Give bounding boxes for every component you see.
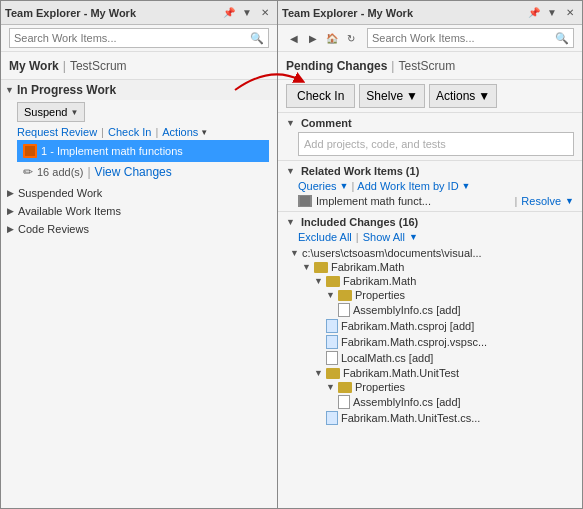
right-search-icon[interactable]: 🔍 — [555, 32, 569, 45]
folder-icon — [338, 382, 352, 393]
left-search-bar: 🔍 — [1, 25, 277, 52]
forward-icon[interactable]: ▶ — [305, 30, 321, 46]
tree-folder-text: Properties — [355, 381, 405, 393]
left-search-input[interactable] — [14, 32, 250, 44]
pin-icon[interactable]: 📌 — [221, 5, 237, 21]
folder-icon — [338, 290, 352, 301]
comment-triangle-icon: ▼ — [286, 118, 295, 128]
work-item-icon — [23, 144, 37, 158]
tree-file-text[interactable]: Fabrikam.Math.UnitTest.cs... — [341, 412, 480, 424]
tree-folder-triangle-icon: ▼ — [314, 276, 323, 286]
suspended-work-section[interactable]: ▶ Suspended Work — [1, 184, 277, 202]
work-item[interactable]: 1 - Implement math functions — [17, 140, 269, 162]
triangle-right-icon: ▶ — [7, 188, 14, 198]
add-work-item-arrow[interactable]: ▼ — [462, 181, 471, 191]
actions-button[interactable]: Actions ▼ — [429, 84, 497, 108]
related-section: ▼ Related Work Items (1) Queries ▼ | Add… — [278, 161, 582, 212]
suspend-arrow-icon: ▼ — [70, 108, 78, 117]
queries-arrow[interactable]: ▼ — [340, 181, 349, 191]
right-panel-header: Pending Changes | TestScrum — [278, 52, 582, 80]
right-header-title: Pending Changes — [286, 59, 387, 73]
code-reviews-section[interactable]: ▶ Code Reviews — [1, 220, 277, 238]
left-titlebar: Team Explorer - My Work 📌 ▼ ✕ — [1, 1, 277, 25]
shelve-button[interactable]: Shelve ▼ — [359, 84, 425, 108]
right-search-input[interactable] — [372, 32, 555, 44]
pencil-icon: ✏ — [23, 165, 33, 179]
right-header-sep: | — [391, 59, 394, 73]
view-changes-link[interactable]: View Changes — [95, 165, 172, 179]
exclude-all-link[interactable]: Exclude All — [298, 231, 352, 243]
actions-btn-arrow-icon: ▼ — [478, 89, 490, 103]
comment-section: ▼ Comment Add projects, code, and tests — [278, 113, 582, 161]
tree-item: ▼Properties — [290, 288, 574, 302]
show-all-link[interactable]: Show All — [363, 231, 405, 243]
show-all-arrow[interactable]: ▼ — [409, 232, 418, 242]
shelve-arrow-icon: ▼ — [406, 89, 418, 103]
suspended-work-title: Suspended Work — [18, 187, 102, 199]
tree-file-text[interactable]: AssemblyInfo.cs [add] — [353, 304, 461, 316]
in-progress-section[interactable]: ▼ In Progress Work — [1, 80, 277, 100]
tree-folder-text: Properties — [355, 289, 405, 301]
tree-folder-triangle-icon: ▼ — [326, 290, 335, 300]
available-work-section[interactable]: ▶ Available Work Items — [1, 202, 277, 220]
file-icon — [326, 319, 338, 333]
comment-box[interactable]: Add projects, code, and tests — [298, 132, 574, 156]
resolve-link[interactable]: Resolve — [521, 195, 561, 207]
comment-placeholder: Add projects, code, and tests — [304, 138, 446, 150]
refresh-icon[interactable]: ↻ — [343, 30, 359, 46]
add-work-item-link[interactable]: Add Work Item by ID — [357, 180, 458, 192]
actions-arrow-icon: ▼ — [200, 128, 208, 137]
right-dropdown-icon[interactable]: ▼ — [544, 5, 560, 21]
check-in-link[interactable]: Check In — [108, 126, 151, 138]
file-icon — [338, 303, 350, 317]
tree-file-text[interactable]: Fabrikam.Math.csproj.vspsc... — [341, 336, 487, 348]
in-progress-title: In Progress Work — [17, 83, 116, 97]
tree-item: ▼c:\users\ctsoasm\documents\visual... — [290, 246, 574, 260]
left-header-title: My Work — [9, 59, 59, 73]
tree-item: Fabrikam.Math.csproj [add] — [290, 318, 574, 334]
action-links: Request Review | Check In | Actions ▼ — [17, 126, 269, 138]
tree-file-text[interactable]: Fabrikam.Math.csproj [add] — [341, 320, 474, 332]
tree-folder-text: Fabrikam.Math — [331, 261, 404, 273]
triangle-right-icon2: ▶ — [7, 206, 14, 216]
related-item-row: Implement math funct... | Resolve ▼ — [298, 195, 574, 207]
file-tree: ▼c:\users\ctsoasm\documents\visual...▼Fa… — [290, 246, 574, 426]
svg-rect-1 — [300, 196, 310, 206]
comment-title: Comment — [301, 117, 352, 129]
tree-file-text[interactable]: LocalMath.cs [add] — [341, 352, 433, 364]
right-close-icon[interactable]: ✕ — [562, 5, 578, 21]
available-work-title: Available Work Items — [18, 205, 121, 217]
right-title: Team Explorer - My Work — [282, 7, 523, 19]
close-icon[interactable]: ✕ — [257, 5, 273, 21]
right-header-sub: TestScrum — [398, 59, 455, 73]
file-icon — [326, 335, 338, 349]
changes-row: ✏ 16 add(s) | View Changes — [17, 164, 269, 180]
code-reviews-title: Code Reviews — [18, 223, 89, 235]
related-triangle-icon: ▼ — [286, 166, 295, 176]
right-pin-icon[interactable]: 📌 — [526, 5, 542, 21]
tree-file-text[interactable]: AssemblyInfo.cs [add] — [353, 396, 461, 408]
tree-item: ▼Fabrikam.Math.UnitTest — [290, 366, 574, 380]
checkin-button[interactable]: Check In — [286, 84, 355, 108]
tree-item: ▼Fabrikam.Math — [290, 274, 574, 288]
suspend-button[interactable]: Suspend ▼ — [17, 102, 85, 122]
tree-folder-triangle-icon: ▼ — [302, 262, 311, 272]
tree-folder-text: Fabrikam.Math.UnitTest — [343, 367, 459, 379]
request-review-link[interactable]: Request Review — [17, 126, 97, 138]
folder-icon — [326, 276, 340, 287]
checkin-toolbar: Check In Shelve ▼ Actions ▼ — [278, 80, 582, 113]
tree-item: ▼Properties — [290, 380, 574, 394]
resolve-arrow[interactable]: ▼ — [565, 196, 574, 206]
queries-link[interactable]: Queries — [298, 180, 337, 192]
tree-folder-text: Fabrikam.Math — [343, 275, 416, 287]
actions-dropdown[interactable]: Actions ▼ — [162, 126, 208, 138]
included-title: Included Changes (16) — [301, 216, 418, 228]
search-icon[interactable]: 🔍 — [250, 32, 264, 45]
file-icon — [326, 411, 338, 425]
home-icon[interactable]: 🏠 — [324, 30, 340, 46]
left-panel-content: ▼ In Progress Work Suspend ▼ Request Rev… — [1, 80, 277, 508]
back-icon[interactable]: ◀ — [286, 30, 302, 46]
folder-icon — [314, 262, 328, 273]
dropdown-icon[interactable]: ▼ — [239, 5, 255, 21]
work-item-text: 1 - Implement math functions — [41, 145, 183, 157]
